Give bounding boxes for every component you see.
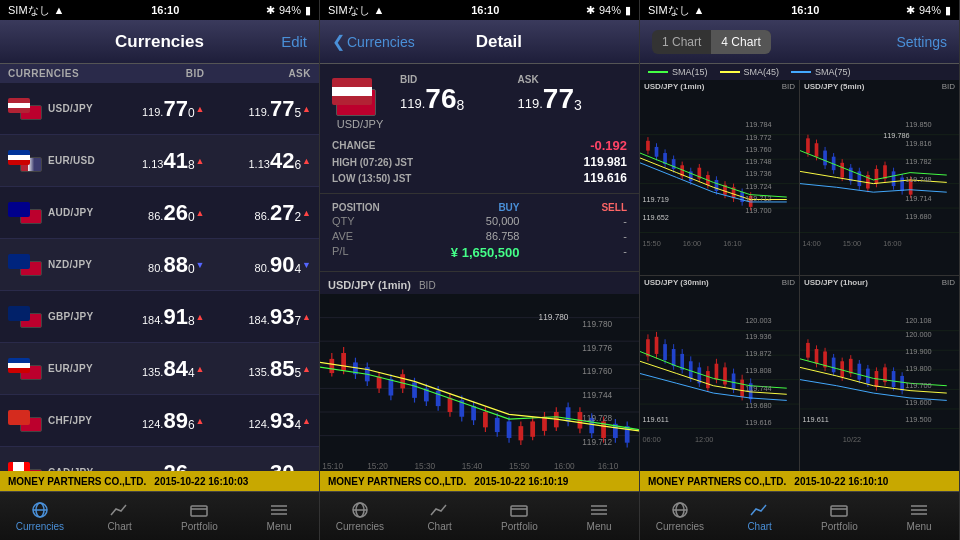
currency-row-cadjpy[interactable]: CAD/JPY 91.263 ▲ 91.301 ▲ (0, 447, 319, 471)
ave-buy: 86.758 (412, 230, 520, 242)
tab-menu-3[interactable]: Menu (879, 501, 959, 532)
toggle-4chart[interactable]: 4 Chart (711, 30, 770, 54)
pl-label: P/L (332, 245, 412, 260)
ticker-1: MONEY PARTNERS CO.,LTD. 2015-10-22 16:10… (0, 471, 319, 491)
ticker-company-2: MONEY PARTNERS CO.,LTD. (328, 476, 466, 487)
mini-svg-5min: 119.850 119.816 119.782 119.748 119.714 … (800, 80, 959, 275)
status-left-1: SIMなし ▲ (8, 3, 64, 18)
ask-eurjpy: 135.855 ▲ (205, 358, 312, 380)
clock-3: 16:10 (791, 4, 819, 16)
position-table: POSITION BUY SELL QTY 50,000 - AVE 86.75… (320, 198, 639, 267)
flag-nzdjpy (8, 254, 42, 276)
tab-chart-2[interactable]: Chart (400, 501, 480, 532)
sell-header: SELL (520, 202, 628, 213)
tab-chart-3[interactable]: Chart (720, 501, 800, 532)
mini-label-1min: BID (782, 82, 795, 91)
mini-header-30min: USD/JPY (30min) BID (640, 276, 799, 289)
sma45-line (720, 71, 740, 73)
change-label: CHANGE (332, 140, 452, 151)
tab-portfolio-1[interactable]: Portfolio (160, 501, 240, 532)
currency-row-usdjpy[interactable]: USD/JPY 119.770 ▲ 119.775 ▲ (0, 83, 319, 135)
ask-eurusd: 1.13426 ▲ (205, 150, 312, 172)
svg-text:119.786: 119.786 (883, 131, 910, 140)
tab-menu-2[interactable]: Menu (559, 501, 639, 532)
currency-row-eurusd[interactable]: EUR/USD 1.13418 ▲ 1.13426 ▲ (0, 135, 319, 187)
tab-label-menu-3: Menu (907, 521, 932, 532)
settings-button[interactable]: Settings (896, 34, 947, 50)
tab-currencies-3[interactable]: Currencies (640, 501, 720, 532)
ask-nzdjpy: 80.904 ▼ (205, 254, 312, 276)
currency-row-chfjpy[interactable]: CHF/JPY 124.896 ▲ 124.934 ▲ (0, 395, 319, 447)
svg-text:119.782: 119.782 (905, 157, 932, 166)
svg-text:119.724: 119.724 (745, 182, 772, 191)
chart-title-row: USD/JPY (1min) BID (320, 276, 639, 294)
chart-title-p2: USD/JPY (1min) (328, 279, 411, 291)
svg-text:119.808: 119.808 (745, 367, 772, 376)
edit-button[interactable]: Edit (263, 33, 307, 50)
mini-label-5min: BID (942, 82, 955, 91)
battery-icon-3: ▮ (945, 4, 951, 17)
portfolio-icon-1 (187, 501, 211, 519)
svg-text:10/22: 10/22 (843, 435, 861, 444)
mini-header-1min: USD/JPY (1min) BID (640, 80, 799, 93)
sma45-item: SMA(45) (720, 67, 780, 77)
svg-text:119.744: 119.744 (582, 391, 612, 400)
bottom-bar-3: Currencies Chart Portfolio (640, 491, 959, 540)
flag-eurjpy (8, 358, 42, 380)
bottom-bar-2: Currencies Chart Portfolio (320, 491, 639, 540)
panel-detail: SIMなし ▲ 16:10 ✱ 94% ▮ ❮ Currencies Detai… (320, 0, 640, 540)
tab-label-chart-2: Chart (427, 521, 451, 532)
pair-name-eurusd: EUR/USD (48, 155, 95, 166)
currency-row-nzdjpy[interactable]: NZD/JPY 80.880 ▼ 80.904 ▼ (0, 239, 319, 291)
svg-text:12:00: 12:00 (695, 435, 713, 444)
mini-title-30min: USD/JPY (30min) (644, 278, 709, 287)
sma15-line (648, 71, 668, 73)
bid-ask-values: BID 119. 76 8 ASK 119. 77 3 (400, 74, 627, 113)
flag-detail-usdjpy (332, 78, 388, 116)
svg-text:119.800: 119.800 (905, 364, 932, 373)
tab-chart-1[interactable]: Chart (80, 501, 160, 532)
pair-name-eurjpy: EUR/JPY (48, 363, 93, 374)
pl-buy: ¥ 1,650,500 (412, 245, 520, 260)
svg-text:119.712: 119.712 (582, 438, 612, 447)
qty-sell: - (520, 215, 628, 227)
svg-text:15:50: 15:50 (642, 239, 660, 248)
currency-row-gbpjpy[interactable]: GBP/JPY 184.918 ▲ 184.937 ▲ (0, 291, 319, 343)
detail-ask-suffix: 3 (574, 97, 582, 113)
bid-audjpy: 86.260 ▲ (98, 202, 205, 224)
svg-text:16:10: 16:10 (723, 239, 741, 248)
mini-svg-30min: 120.003 119.936 119.872 119.808 119.744 … (640, 276, 799, 471)
svg-text:119.700: 119.700 (745, 206, 772, 215)
mini-chart-30min: USD/JPY (30min) BID (640, 276, 799, 471)
svg-text:15:30: 15:30 (415, 462, 436, 471)
nav-bar-2: ❮ Currencies Detail (320, 20, 639, 64)
svg-text:119.600: 119.600 (905, 398, 932, 407)
detail-ask-block: ASK 119. 77 3 (518, 74, 628, 113)
tab-menu-1[interactable]: Menu (239, 501, 319, 532)
battery-icon-2: ▮ (625, 4, 631, 17)
svg-text:119.776: 119.776 (582, 344, 612, 353)
currency-row-eurjpy[interactable]: EUR/JPY 135.844 ▲ 135.855 ▲ (0, 343, 319, 395)
flag-chfjpy (8, 410, 42, 432)
flag-gbpjpy (8, 306, 42, 328)
svg-text:119.772: 119.772 (745, 133, 772, 142)
ask-chfjpy: 124.934 ▲ (205, 410, 312, 432)
toggle-1chart[interactable]: 1 Chart (652, 30, 711, 54)
svg-text:15:40: 15:40 (462, 462, 483, 471)
mini-chart-1min: USD/JPY (1min) BID (640, 80, 799, 275)
tab-portfolio-2[interactable]: Portfolio (480, 501, 560, 532)
currency-list: USD/JPY 119.770 ▲ 119.775 ▲ EUR/USD 1.13… (0, 83, 319, 471)
tab-portfolio-3[interactable]: Portfolio (800, 501, 880, 532)
currency-row-audjpy[interactable]: AUD/JPY 86.260 ▲ 86.272 ▲ (0, 187, 319, 239)
menu-icon-1 (267, 501, 291, 519)
back-button[interactable]: ❮ Currencies (332, 32, 415, 51)
bt-icon-2: ✱ (586, 4, 595, 17)
divider-1 (320, 193, 639, 194)
globe-icon-2 (348, 501, 372, 519)
back-label: Currencies (347, 34, 415, 50)
carrier-2: SIMなし (328, 3, 370, 18)
tab-currencies-1[interactable]: Currencies (0, 501, 80, 532)
tab-currencies-2[interactable]: Currencies (320, 501, 400, 532)
sma15-item: SMA(15) (648, 67, 708, 77)
ask-usdjpy: 119.775 ▲ (205, 98, 312, 120)
